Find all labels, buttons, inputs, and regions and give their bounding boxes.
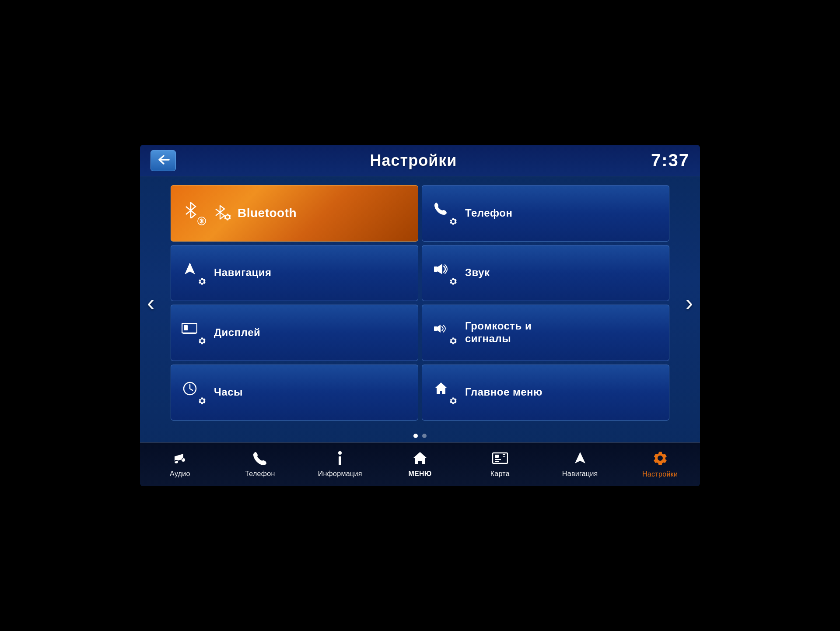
audio-nav-label: Аудио <box>170 470 190 478</box>
back-arrow-icon <box>157 154 170 167</box>
page-title: Настройки <box>370 151 457 170</box>
settings-nav-label: Настройки <box>642 470 678 478</box>
clock-display: 7:37 <box>651 151 690 170</box>
pagination-dots <box>140 429 700 442</box>
bluetooth-icon <box>182 201 206 225</box>
menu-nav-label: МЕНЮ <box>408 470 431 478</box>
dot-1 <box>413 434 418 438</box>
menu-item-navigation[interactable]: Навигация <box>171 245 418 301</box>
dot-2 <box>422 434 427 438</box>
bluetooth-label: Bluetooth <box>238 206 297 221</box>
svg-rect-9 <box>495 455 499 458</box>
nav-item-phone[interactable]: Телефон <box>220 443 300 486</box>
next-page-button[interactable]: › <box>686 291 693 314</box>
sound-label: Звук <box>465 266 490 279</box>
navigation-label: Навигация <box>214 266 272 279</box>
volume-settings-icon <box>433 320 457 345</box>
menu-item-sound[interactable]: Звук <box>422 245 669 301</box>
home-label: Главное меню <box>465 386 542 399</box>
nav-item-map[interactable]: Карта <box>460 443 540 486</box>
bottom-nav: Аудио Телефон Информация <box>140 442 700 486</box>
nav-item-info[interactable]: Информация <box>300 443 380 486</box>
settings-nav-icon <box>653 451 668 468</box>
nav-item-navigation[interactable]: Навигация <box>540 443 620 486</box>
header: Настройки 7:37 <box>140 145 700 176</box>
nav-item-menu[interactable]: МЕНЮ <box>380 443 460 486</box>
menu-item-bluetooth[interactable]: Bluetooth <box>171 185 418 242</box>
clock-settings-icon <box>182 380 206 405</box>
menu-item-home[interactable]: Главное меню <box>422 365 669 421</box>
menu-item-volume[interactable]: Громкость исигналы <box>422 305 669 361</box>
map-nav-icon <box>492 451 508 467</box>
menu-item-display[interactable]: Дисплей <box>171 305 418 361</box>
sound-settings-icon <box>433 261 457 285</box>
map-nav-label: Карта <box>490 470 510 478</box>
prev-page-button[interactable]: ‹ <box>147 291 154 314</box>
home-settings-icon <box>433 380 457 405</box>
menu-nav-icon <box>412 451 428 467</box>
back-button[interactable] <box>150 150 176 171</box>
info-nav-label: Информация <box>318 470 362 478</box>
info-nav-icon <box>338 451 342 467</box>
clock-label: Часы <box>214 386 243 399</box>
nav-item-settings[interactable]: Настройки <box>620 443 700 486</box>
menu-grid: Bluetooth Телефон <box>171 185 669 421</box>
audio-nav-icon <box>173 451 187 467</box>
svg-rect-1 <box>434 266 438 272</box>
svg-point-6 <box>338 451 342 455</box>
phone-settings-icon <box>433 201 457 225</box>
svg-rect-7 <box>339 456 341 465</box>
display-label: Дисплей <box>214 326 260 339</box>
menu-item-phone[interactable]: Телефон <box>422 185 669 242</box>
volume-label: Громкость исигналы <box>465 320 532 345</box>
display-settings-icon <box>182 320 206 345</box>
phone-label: Телефон <box>465 207 512 220</box>
navigation-settings-icon <box>182 261 206 285</box>
navigation-nav-icon <box>573 451 587 467</box>
main-screen: Настройки 7:37 ‹ <box>140 145 700 486</box>
phone-nav-label: Телефон <box>245 470 275 478</box>
svg-rect-3 <box>184 325 188 330</box>
main-content: ‹ <box>140 176 700 429</box>
nav-item-audio[interactable]: Аудио <box>140 443 220 486</box>
menu-item-clock[interactable]: Часы <box>171 365 418 421</box>
svg-rect-4 <box>434 326 437 331</box>
navigation-nav-label: Навигация <box>562 470 598 478</box>
phone-nav-icon <box>253 451 266 467</box>
